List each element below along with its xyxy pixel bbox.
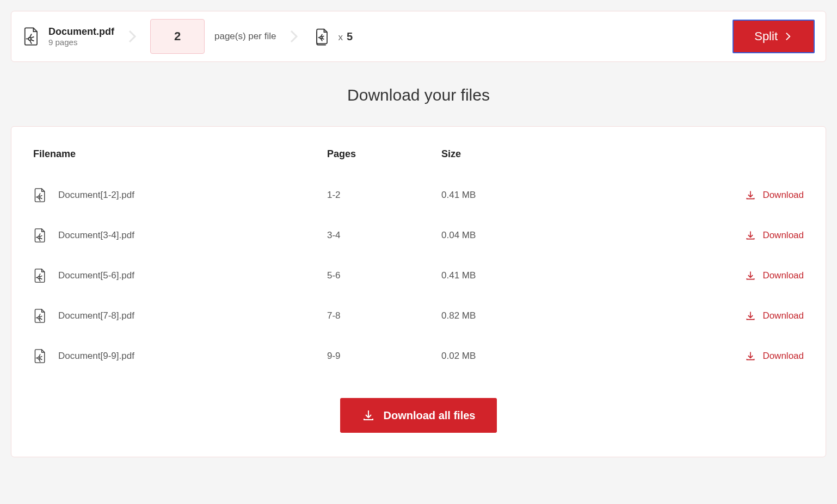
pages-per-file-input[interactable]	[150, 19, 205, 54]
col-header-filename: Filename	[33, 148, 327, 160]
table-row: Document[5-6].pdf 5-6 0.41 MB Download	[33, 256, 804, 296]
file-name: Document[3-4].pdf	[58, 230, 134, 241]
multiply-label: x	[338, 32, 344, 42]
download-label: Download	[762, 351, 804, 362]
chevron-right-icon	[286, 28, 302, 45]
split-button-label: Split	[754, 29, 778, 43]
chevron-right-icon	[783, 30, 793, 42]
source-document: Document.pdf 9 pages	[22, 26, 114, 47]
table-row: Document[1-2].pdf 1-2 0.41 MB Download	[33, 175, 804, 215]
file-size: 0.02 MB	[441, 351, 605, 362]
file-pages: 9-9	[327, 351, 441, 362]
chevron-right-icon	[124, 28, 140, 45]
file-pages: 7-8	[327, 310, 441, 321]
download-all-label: Download all files	[384, 409, 476, 422]
pdf-icon	[33, 227, 47, 244]
file-size: 0.04 MB	[441, 230, 605, 241]
download-link[interactable]: Download	[745, 230, 804, 241]
file-name: Document[5-6].pdf	[58, 270, 134, 281]
section-title: Download your files	[11, 86, 826, 104]
table-row: Document[7-8].pdf 7-8 0.82 MB Download	[33, 296, 804, 336]
file-pages: 3-4	[327, 230, 441, 241]
file-size: 0.41 MB	[441, 270, 605, 281]
file-name: Document[1-2].pdf	[58, 190, 134, 201]
download-icon	[745, 270, 756, 281]
split-button[interactable]: Split	[733, 20, 815, 53]
output-count: x 5	[312, 26, 353, 47]
table-row: Document[3-4].pdf 3-4 0.04 MB Download	[33, 215, 804, 256]
download-link[interactable]: Download	[745, 310, 804, 321]
file-name: Document[7-8].pdf	[58, 310, 134, 321]
download-icon	[745, 310, 756, 321]
file-name: Document[9-9].pdf	[58, 351, 134, 362]
split-config-bar: Document.pdf 9 pages page(s) per file x …	[11, 11, 826, 62]
table-row: Document[9-9].pdf 9-9 0.02 MB Download	[33, 336, 804, 376]
download-icon	[745, 351, 756, 362]
pdf-icon	[22, 26, 41, 47]
col-header-size: Size	[441, 148, 605, 160]
file-size: 0.41 MB	[441, 190, 605, 201]
download-files-card: Filename Pages Size Document[1-2].pdf 1-…	[11, 126, 826, 457]
table-header-row: Filename Pages Size	[33, 148, 804, 175]
pdf-stack-icon	[312, 26, 331, 47]
download-label: Download	[762, 310, 804, 321]
download-icon	[745, 190, 756, 201]
document-name: Document.pdf	[48, 26, 114, 38]
pdf-icon	[33, 267, 47, 284]
file-size: 0.82 MB	[441, 310, 605, 321]
download-icon	[745, 230, 756, 241]
output-file-count: 5	[347, 30, 353, 42]
download-link[interactable]: Download	[745, 351, 804, 362]
file-pages: 5-6	[327, 270, 441, 281]
download-link[interactable]: Download	[745, 190, 804, 201]
document-page-count: 9 pages	[48, 38, 114, 47]
col-header-pages: Pages	[327, 148, 441, 160]
download-icon	[362, 409, 375, 422]
download-link[interactable]: Download	[745, 270, 804, 281]
download-all-button[interactable]: Download all files	[340, 398, 497, 433]
download-label: Download	[762, 190, 804, 201]
download-label: Download	[762, 270, 804, 281]
pages-per-file-label: page(s) per file	[214, 31, 276, 42]
pdf-icon	[33, 187, 47, 203]
pdf-icon	[33, 348, 47, 364]
file-pages: 1-2	[327, 190, 441, 201]
download-label: Download	[762, 230, 804, 241]
pdf-icon	[33, 308, 47, 324]
